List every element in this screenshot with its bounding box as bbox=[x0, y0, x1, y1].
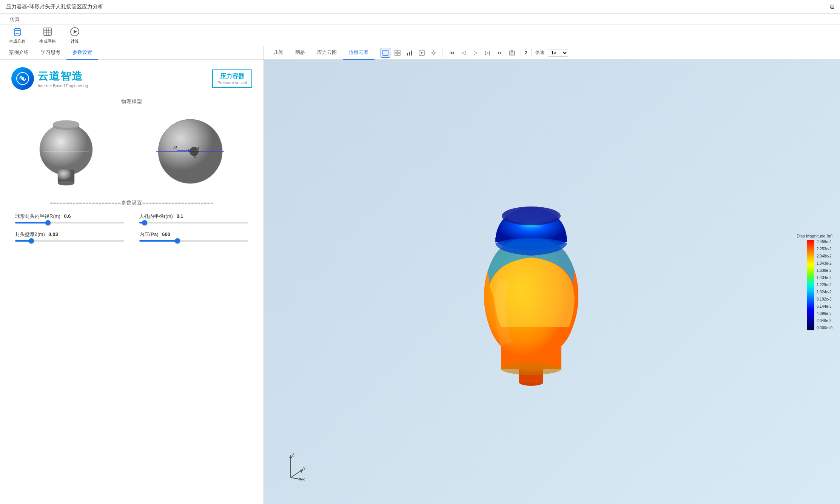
view-3d-button[interactable] bbox=[381, 48, 390, 58]
viewport: Disp Magnitude [m] 2.458e-2 2.253e-2 2.0… bbox=[264, 60, 840, 504]
scale-val-8: 8.192e-3 bbox=[817, 297, 832, 301]
view-grid-button[interactable] bbox=[393, 48, 402, 58]
svg-rect-29 bbox=[383, 50, 388, 55]
svg-rect-36 bbox=[411, 51, 412, 55]
next-frame-button[interactable]: ▷| bbox=[483, 48, 493, 58]
scale-title: Disp Magnitude [m] bbox=[797, 234, 832, 238]
param-pressure: 内压(Pa) 600 bbox=[139, 231, 248, 242]
gen-geo-button[interactable]: 生成几何 bbox=[6, 25, 29, 46]
goto-last-button[interactable]: ⏭ bbox=[495, 48, 505, 58]
frame-label: 2 bbox=[525, 50, 527, 55]
param-pressure-slider[interactable] bbox=[139, 240, 248, 242]
color-scale: Disp Magnitude [m] 2.458e-2 2.253e-2 2.0… bbox=[797, 234, 832, 330]
compute-icon bbox=[69, 26, 80, 37]
param-pressure-fill bbox=[139, 240, 177, 242]
svg-text:Y: Y bbox=[303, 466, 306, 471]
geo-icon bbox=[12, 26, 23, 37]
param-R-fill bbox=[15, 222, 48, 223]
svg-rect-10 bbox=[44, 28, 51, 35]
tab-geo[interactable]: 几何 bbox=[267, 46, 289, 60]
screenshot-button[interactable] bbox=[507, 48, 517, 58]
view-chart-button[interactable] bbox=[405, 48, 415, 58]
param-r-slider[interactable] bbox=[139, 222, 248, 223]
svg-rect-31 bbox=[398, 50, 400, 52]
logo-title: 云道智造 bbox=[38, 69, 88, 83]
svg-line-57 bbox=[291, 470, 302, 478]
param-delta: 封头壁厚δ(m) 0.03 bbox=[15, 231, 124, 242]
scale-labels: 2.458e-2 2.253e-2 2.048e-2 1.843e-2 1.63… bbox=[817, 240, 832, 330]
tab-learning[interactable]: 学习思考 bbox=[35, 46, 66, 60]
compute-button[interactable]: 计算 bbox=[66, 25, 83, 46]
compute-label: 计算 bbox=[71, 39, 79, 44]
scale-val-6: 1.229e-2 bbox=[817, 283, 832, 287]
scale-val-7: 1.024e-2 bbox=[817, 290, 832, 294]
view-zoom-button[interactable] bbox=[417, 48, 427, 58]
svg-point-52 bbox=[504, 207, 558, 223]
vessel-3d-model bbox=[32, 114, 100, 189]
svg-point-17 bbox=[58, 181, 74, 185]
app-title: 压力容器-球形封头开人孔接管区应力分析 bbox=[6, 3, 103, 10]
param-row-1: 球形封头内半径R(m) 0.6 人孔内半径r(m) 0.1 bbox=[15, 213, 248, 223]
main-layout: 案例介绍 学习思考 参数设置 云道智造 I bbox=[0, 46, 840, 504]
menu-sim[interactable]: 仿真 bbox=[6, 14, 23, 24]
gen-mesh-button[interactable]: 生成网格 bbox=[36, 25, 59, 46]
param-R-slider[interactable] bbox=[15, 222, 124, 223]
product-badge: 压力容器 Pressure vessel bbox=[212, 69, 252, 88]
param-delta-thumb[interactable] bbox=[29, 238, 34, 244]
svg-point-15 bbox=[40, 124, 92, 175]
sphere-diagram: R r δ bbox=[149, 112, 232, 191]
svg-rect-34 bbox=[407, 53, 408, 55]
model-images: R r δ bbox=[4, 108, 260, 195]
logo-subtitle: Internet Based Engineering bbox=[38, 83, 88, 88]
tab-stress[interactable]: 应力云图 bbox=[311, 46, 343, 60]
vessel-3d-display bbox=[425, 150, 637, 414]
product-title: 压力容器 bbox=[220, 72, 244, 80]
play-button[interactable]: ▷ bbox=[471, 48, 481, 58]
right-panel: 几何 网格 应力云图 位移云图 bbox=[264, 46, 840, 504]
logo-area: 云道智造 Internet Based Engineering 压力容器 Pre… bbox=[4, 63, 260, 94]
svg-text:Z: Z bbox=[292, 452, 294, 458]
physics-model-label: ======================物理模型==============… bbox=[4, 98, 260, 105]
param-r-value: 0.1 bbox=[176, 213, 183, 219]
scale-bar-container: 2.458e-2 2.253e-2 2.048e-2 1.843e-2 1.63… bbox=[807, 240, 832, 330]
scale-val-0: 2.458e-2 bbox=[817, 240, 832, 244]
mesh-icon bbox=[42, 26, 53, 37]
tab-mesh[interactable]: 网格 bbox=[289, 46, 311, 60]
svg-point-4 bbox=[14, 28, 20, 31]
goto-first-button[interactable]: ⏮ bbox=[447, 48, 456, 58]
scale-val-1: 2.253e-2 bbox=[817, 247, 832, 251]
svg-rect-33 bbox=[398, 53, 400, 55]
param-R-value: 0.6 bbox=[64, 213, 71, 219]
svg-rect-30 bbox=[395, 50, 397, 52]
scale-val-2: 2.048e-2 bbox=[817, 254, 832, 258]
external-link-icon[interactable]: ⧉ bbox=[830, 3, 834, 10]
prev-frame-button[interactable]: ◁ bbox=[459, 48, 469, 58]
product-subtitle: Pressure vessel bbox=[217, 80, 247, 85]
svg-point-3 bbox=[14, 34, 20, 36]
scale-bar bbox=[807, 240, 814, 330]
gen-mesh-label: 生成网格 bbox=[39, 39, 56, 44]
param-pressure-thumb[interactable] bbox=[175, 238, 180, 244]
speed-select[interactable]: 1× 2× 0.5× bbox=[548, 49, 568, 57]
toolbar: 生成几何 生成网格 计算 bbox=[0, 25, 840, 46]
params-section: 球形封头内半径R(m) 0.6 人孔内半径r(m) 0.1 bbox=[4, 209, 260, 253]
svg-rect-35 bbox=[409, 52, 410, 55]
param-r: 人孔内半径r(m) 0.1 bbox=[139, 213, 248, 223]
scale-val-9: 6.144e-3 bbox=[817, 304, 832, 308]
param-delta-slider[interactable] bbox=[15, 240, 124, 242]
view-settings-button[interactable] bbox=[429, 48, 439, 58]
svg-text:X: X bbox=[302, 477, 305, 481]
tab-case-intro[interactable]: 案例介绍 bbox=[3, 46, 35, 60]
svg-rect-32 bbox=[395, 53, 397, 55]
toolbar-sep-1 bbox=[442, 49, 443, 57]
param-r-thumb[interactable] bbox=[142, 220, 147, 225]
viewer-toolbar: ⏮ ◁ ▷ ▷| ⏭ 2 倍速: 1× 2× bbox=[378, 46, 840, 59]
left-tabs: 案例介绍 学习思考 参数设置 bbox=[0, 46, 264, 60]
param-R-thumb[interactable] bbox=[45, 220, 51, 225]
scale-val-4: 1.638e-2 bbox=[817, 268, 832, 273]
tab-params[interactable]: 参数设置 bbox=[66, 46, 98, 60]
left-content: 云道智造 Internet Based Engineering 压力容器 Pre… bbox=[0, 60, 264, 504]
svg-marker-12 bbox=[74, 30, 77, 34]
param-r-label: 人孔内半径r(m) 0.1 bbox=[139, 213, 248, 220]
tab-disp[interactable]: 位移云图 bbox=[343, 46, 375, 60]
